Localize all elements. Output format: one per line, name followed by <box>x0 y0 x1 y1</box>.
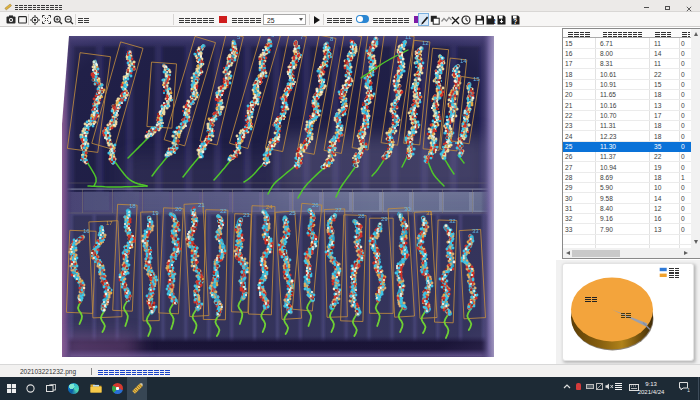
svg-text:29: 29 <box>381 216 388 222</box>
svg-text:R: R <box>491 18 496 25</box>
svg-text:27: 27 <box>335 207 342 213</box>
svg-text:15: 15 <box>473 76 480 82</box>
svg-text:20: 20 <box>175 206 182 212</box>
svg-text:23: 23 <box>243 212 250 218</box>
svg-text:26: 26 <box>312 202 319 208</box>
svg-text:?: ? <box>513 18 517 25</box>
svg-text:14: 14 <box>460 58 467 64</box>
svg-text:17: 17 <box>106 220 113 226</box>
svg-text:25: 25 <box>289 210 296 216</box>
svg-text:31: 31 <box>426 210 433 216</box>
svg-text:11: 11 <box>405 36 412 40</box>
svg-text:33: 33 <box>472 228 479 234</box>
svg-text:12: 12 <box>422 40 429 46</box>
svg-text:28: 28 <box>358 213 365 219</box>
svg-text:24: 24 <box>266 204 273 210</box>
svg-text:18: 18 <box>129 203 136 209</box>
svg-text:22: 22 <box>220 208 227 214</box>
svg-text:30: 30 <box>404 206 411 212</box>
svg-text:21: 21 <box>198 202 205 208</box>
svg-text:1: 1 <box>687 387 690 392</box>
svg-text:32: 32 <box>449 218 456 224</box>
svg-text:19: 19 <box>152 210 159 216</box>
